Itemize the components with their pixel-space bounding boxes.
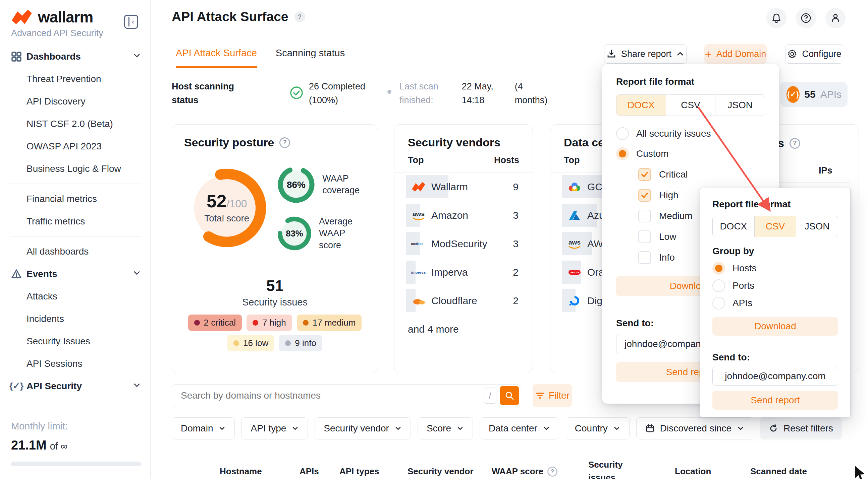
svg-text:mod: mod: [411, 242, 418, 245]
add-domain-button[interactable]: + Add Domain: [704, 44, 767, 64]
apis-count-badge: {✓} 55 APIs: [780, 82, 847, 107]
waap-coverage-donut: 86% WAAPcoverage: [275, 164, 366, 205]
vendors-more-link[interactable]: and 4 more: [395, 315, 533, 335]
col-hostname[interactable]: Hostname: [220, 466, 262, 477]
filter-security-vendor[interactable]: Security vendor: [315, 417, 411, 440]
ips-column-header: IPs: [819, 166, 832, 176]
send-report-button[interactable]: Send report: [712, 391, 838, 410]
critical-checkbox[interactable]: Critical: [638, 168, 765, 181]
sidebar-item-label: Dashboards: [27, 51, 81, 62]
high-badge[interactable]: 7 high: [247, 314, 292, 331]
help-icon[interactable]: ?: [789, 138, 800, 149]
col-security-vendor[interactable]: Security vendor: [407, 466, 473, 477]
help-icon[interactable]: ?: [279, 137, 290, 148]
sidebar-item-security-issues[interactable]: Security Issues: [0, 330, 151, 352]
wallarm-logo-icon: [11, 9, 33, 25]
filter-data-center[interactable]: Data center: [479, 417, 559, 440]
critical-badge[interactable]: 2 critical: [188, 314, 242, 331]
sidebar-item-threat-prevention[interactable]: Threat Prevention: [0, 68, 151, 90]
col-location[interactable]: Location: [675, 466, 711, 477]
sidebar-item-traffic-metrics[interactable]: Traffic metrics: [0, 210, 151, 233]
search-bar[interactable]: /: [172, 384, 521, 407]
share-report-button[interactable]: Share report: [604, 44, 687, 64]
brand-subtitle: Advanced API Security: [11, 28, 103, 38]
vendor-row[interactable]: aws Amazon 3: [395, 201, 533, 230]
format-json-button[interactable]: JSON: [715, 95, 765, 115]
sidebar-item-incidents[interactable]: Incidents: [0, 308, 151, 330]
medium-badge[interactable]: 17 medium: [297, 314, 362, 331]
sidebar-item-api-security[interactable]: {✓} API Security: [0, 375, 151, 397]
chevron-down-icon: [132, 51, 141, 62]
slash-shortcut-key: /: [484, 387, 496, 404]
bullet-dot: [388, 90, 392, 94]
col-waap-score[interactable]: WAAP score?: [492, 466, 557, 477]
configure-button[interactable]: Configure: [785, 44, 843, 64]
send-to-input[interactable]: [712, 367, 838, 385]
col-apis[interactable]: APIs: [300, 466, 319, 477]
svg-text:aws: aws: [412, 210, 425, 217]
group-apis-radio[interactable]: APIs: [712, 297, 838, 309]
format-docx-button[interactable]: DOCX: [616, 95, 666, 115]
sidebar-item-financial-metrics[interactable]: Financial metrics: [0, 187, 151, 210]
grid-icon: [10, 50, 23, 63]
help-icon[interactable]: ?: [547, 467, 557, 477]
sidebar-item-all-dashboards[interactable]: All dashboards: [0, 240, 151, 263]
svg-text:ORACLE: ORACLE: [570, 271, 579, 274]
tab-scanning-status[interactable]: Scanning status: [276, 47, 345, 68]
group-hosts-radio[interactable]: Hosts: [712, 262, 838, 275]
user-profile-icon[interactable]: [826, 8, 845, 28]
format-docx-button[interactable]: DOCX: [713, 216, 754, 237]
aws-logo: aws: [410, 207, 427, 224]
braces-check-icon: {✓}: [10, 380, 23, 392]
col-security-issues[interactable]: Security issues: [588, 458, 632, 479]
search-button[interactable]: [500, 386, 519, 405]
collapse-sidebar-icon[interactable]: ‹: [124, 15, 138, 29]
sidebar-item-owasp-api[interactable]: OWASP API 2023: [0, 135, 151, 158]
col-api-types[interactable]: API types: [339, 466, 379, 477]
sidebar-item-attacks[interactable]: Attacks: [0, 285, 151, 308]
sidebar-item-nist-csf[interactable]: NIST CSF 2.0 (Beta): [0, 112, 151, 135]
filter-discovered-since[interactable]: Discovered since: [636, 417, 753, 440]
low-badge[interactable]: 16 low: [227, 335, 274, 351]
col-scanned-date[interactable]: Scanned date: [750, 466, 807, 477]
vendor-row[interactable]: imperva Imperva 2: [395, 258, 533, 286]
filter-button[interactable]: Filter: [533, 384, 572, 407]
help-circle-icon[interactable]: [796, 8, 816, 28]
vendor-row[interactable]: modsec ModSecurity 3: [395, 230, 533, 258]
sidebar-item-api-discovery[interactable]: API Discovery: [0, 90, 151, 112]
filter-api-type[interactable]: API type: [242, 417, 308, 440]
notifications-bell-icon[interactable]: [766, 8, 786, 28]
download-button[interactable]: Download: [712, 317, 838, 336]
custom-radio[interactable]: Custom: [616, 147, 765, 160]
digitalocean-logo: [566, 293, 583, 309]
modsecurity-logo: modsec: [410, 236, 427, 252]
check-circle-icon: [289, 86, 304, 100]
tab-api-attack-surface[interactable]: API Attack Surface: [176, 47, 257, 68]
sidebar-item-dashboards[interactable]: Dashboards: [0, 45, 151, 68]
sidebar-item-api-sessions[interactable]: API Sessions: [0, 352, 151, 375]
filter-domain[interactable]: Domain: [172, 417, 235, 440]
filter-country[interactable]: Country: [566, 417, 629, 440]
divider: [10, 183, 141, 184]
sidebar-item-events[interactable]: Events: [0, 263, 151, 285]
format-json-button[interactable]: JSON: [796, 216, 838, 237]
total-score-gauge: 52/100 Total score: [184, 159, 271, 255]
search-input[interactable]: [181, 390, 484, 401]
reset-filters-button[interactable]: Reset filters: [760, 417, 842, 440]
all-security-issues-radio[interactable]: All security issues: [616, 127, 765, 140]
gear-icon: [787, 49, 797, 59]
group-ports-radio[interactable]: Ports: [712, 279, 838, 292]
divider: [710, 344, 841, 344]
format-csv-button[interactable]: CSV: [754, 216, 796, 237]
svg-text:aws: aws: [568, 239, 581, 246]
vendor-row[interactable]: Wallarm 9: [395, 172, 533, 201]
sidebar-item-business-logic[interactable]: Business Logic & Flow: [0, 158, 151, 180]
gcp-logo: [566, 179, 583, 195]
report-format-heading: Report file format: [616, 76, 765, 87]
format-csv-button[interactable]: CSV: [666, 95, 715, 115]
filter-score[interactable]: Score: [417, 417, 473, 440]
info-badge[interactable]: 9 info: [279, 335, 322, 351]
help-icon[interactable]: ?: [294, 11, 305, 22]
vendor-row[interactable]: Cloudflare 2: [395, 286, 533, 315]
azure-logo: [566, 207, 583, 224]
